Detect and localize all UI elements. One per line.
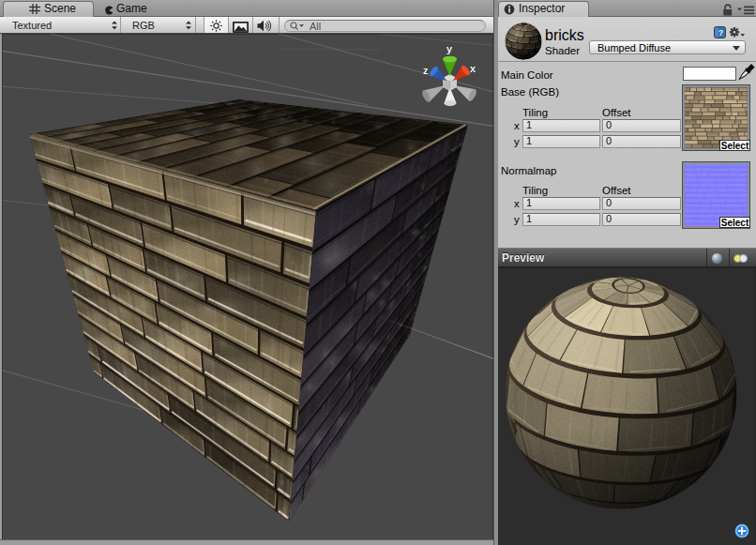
svg-text:?: ? [718,28,724,38]
